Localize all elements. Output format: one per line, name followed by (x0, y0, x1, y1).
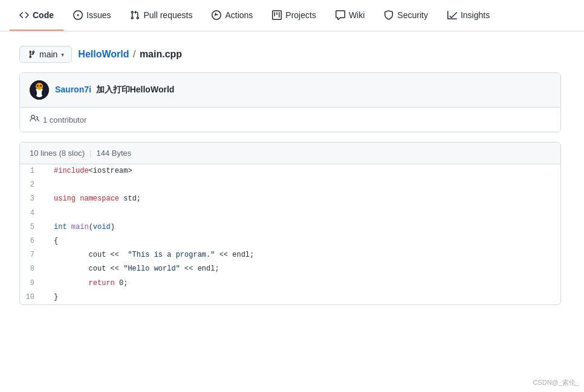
svg-point-2 (36, 83, 43, 90)
svg-point-7 (38, 87, 41, 88)
commit-author[interactable]: Sauron7i (55, 85, 91, 94)
commit-message-text: 加入打印HelloWorld (96, 85, 175, 94)
table-row: 10 } (20, 291, 560, 304)
line-code (44, 207, 560, 220)
nav-issues-label: Issues (86, 10, 111, 20)
nav-insights-label: Insights (461, 10, 490, 20)
nav-pullrequests[interactable]: Pull requests (120, 0, 202, 31)
table-row: 7 cout << "This is a program." << endl; (20, 248, 560, 262)
line-code: #include<iostream> (44, 164, 560, 178)
line-number: 1 (20, 164, 44, 178)
table-row: 4 (20, 207, 560, 220)
line-code: cout << "This is a program." << endl; (44, 248, 560, 262)
table-row: 5 int main(void) (20, 220, 560, 234)
main-content: main ▾ HelloWorld / main.cpp (0, 31, 580, 320)
nav-actions[interactable]: Actions (202, 0, 262, 31)
table-row: 6 { (20, 234, 560, 248)
line-number: 4 (20, 207, 44, 220)
nav-insights[interactable]: Insights (438, 0, 499, 31)
line-code: int main(void) (44, 220, 560, 234)
nav-code-label: Code (33, 10, 54, 20)
line-number: 8 (20, 262, 44, 276)
line-code: { (44, 234, 560, 248)
table-row: 1 #include<iostream> (20, 164, 560, 178)
contributors-icon (30, 114, 39, 126)
nav-pr-label: Pull requests (143, 10, 192, 20)
svg-point-6 (41, 85, 41, 86)
commit-author-and-message: Sauron7i 加入打印HelloWorld (55, 85, 174, 95)
commit-box: Sauron7i 加入打印HelloWorld 1 contributor (19, 72, 561, 132)
line-number: 7 (20, 248, 44, 262)
file-header-row: main ▾ HelloWorld / main.cpp (19, 46, 561, 63)
contributors-text: 1 contributor (43, 115, 86, 124)
branch-selector[interactable]: main ▾ (19, 46, 72, 63)
stats-divider: | (89, 149, 91, 158)
path-separator: / (133, 49, 135, 59)
line-number: 6 (20, 234, 44, 248)
table-row: 8 cout << "Hello world" << endl; (20, 262, 560, 276)
projects-icon (272, 10, 282, 20)
line-count: 10 lines (8 sloc) (30, 149, 85, 158)
line-code: } (44, 291, 560, 304)
author-avatar (30, 80, 49, 100)
top-nav: Code Issues Pull requests Actions Projec… (0, 0, 584, 31)
code-icon (19, 10, 29, 20)
table-row: 3 using namespace std; (20, 192, 560, 206)
nav-projects[interactable]: Projects (262, 0, 326, 31)
table-row: 9 return 0; (20, 277, 560, 291)
nav-code[interactable]: Code (10, 0, 63, 31)
actions-icon (212, 10, 221, 20)
line-code (44, 178, 560, 192)
nav-security[interactable]: Security (374, 0, 438, 31)
pr-icon (130, 10, 140, 20)
nav-projects-label: Projects (285, 10, 316, 20)
repo-link[interactable]: HelloWorld (78, 49, 129, 59)
branch-icon (27, 50, 36, 59)
nav-wiki-label: Wiki (349, 10, 365, 20)
file-path: HelloWorld / main.cpp (78, 49, 182, 60)
wiki-icon (336, 10, 345, 20)
file-size: 144 Bytes (96, 149, 131, 158)
code-stats-bar: 10 lines (8 sloc) | 144 Bytes (20, 143, 560, 164)
filename: main.cpp (140, 49, 182, 59)
code-viewer: 10 lines (8 sloc) | 144 Bytes 1 #include… (19, 142, 561, 305)
nav-actions-label: Actions (225, 10, 253, 20)
commit-footer: 1 contributor (20, 108, 560, 132)
security-icon (384, 10, 394, 20)
line-number: 10 (20, 291, 44, 304)
table-row: 2 (20, 178, 560, 192)
line-number: 5 (20, 220, 44, 234)
svg-point-5 (37, 85, 38, 86)
issues-icon (73, 10, 83, 20)
nav-wiki[interactable]: Wiki (326, 0, 374, 31)
code-table: 1 #include<iostream> 2 3 using namespace… (20, 164, 560, 304)
branch-name: main (39, 50, 57, 59)
line-code: cout << "Hello world" << endl; (44, 262, 560, 276)
nav-issues[interactable]: Issues (63, 0, 120, 31)
nav-security-label: Security (397, 10, 428, 20)
line-number: 2 (20, 178, 44, 192)
line-code: return 0; (44, 277, 560, 291)
branch-chevron: ▾ (61, 51, 64, 58)
line-number: 3 (20, 192, 44, 206)
commit-header: Sauron7i 加入打印HelloWorld (20, 73, 560, 108)
insights-icon (447, 10, 457, 20)
line-code: using namespace std; (44, 192, 560, 206)
line-number: 9 (20, 277, 44, 291)
